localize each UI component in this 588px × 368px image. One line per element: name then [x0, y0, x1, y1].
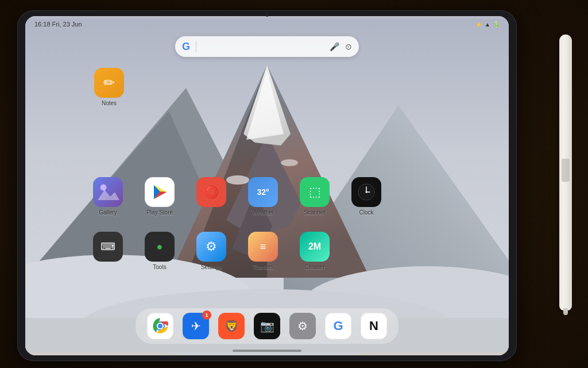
mic-icon[interactable]: 🎤 [330, 42, 339, 51]
clock-icon [351, 177, 381, 207]
weather-icon: 32° [248, 177, 278, 207]
stylus-tip [563, 308, 568, 315]
camera-icon: 📷 [254, 313, 280, 339]
battery-icon: 🔋 [493, 21, 500, 28]
app-keyboard[interactable]: ⌨ [93, 232, 123, 270]
miui-icon: ⭕ [196, 177, 226, 207]
dock-google[interactable]: G [325, 313, 351, 339]
clock-label: Clock [359, 209, 373, 216]
dock-notion[interactable]: N [361, 313, 387, 339]
scanner-icon: ⬚ [300, 177, 330, 207]
tablet-screen: 16:18 Fri, 23 Jun ⚡ ▲ 🔋 G 🎤 ⊙ [25, 16, 509, 355]
svg-rect-16 [93, 177, 123, 207]
dock-testflight[interactable]: ✈ 1 [183, 313, 209, 339]
notes-app-area: ✏ Notes [94, 68, 124, 106]
app-cleaner[interactable]: 2M Cleaner [300, 232, 330, 270]
dock: ✈ 1 🦁 📷 ⚙ [136, 308, 399, 344]
settings-icon: ⚙ [196, 232, 226, 262]
svg-point-11 [281, 159, 298, 166]
themes-label: Themes [253, 264, 273, 270]
gallery-icon [93, 177, 123, 207]
status-icons: ⚡ ▲ 🔋 [475, 21, 500, 28]
dock-settings[interactable]: ⚙ [289, 313, 316, 339]
app-tools[interactable]: ● Tools [145, 232, 175, 270]
tools-label: Tools [153, 264, 166, 270]
notion-icon: N [361, 313, 387, 339]
svg-point-28 [366, 191, 368, 193]
app-weather[interactable]: 32° Weather [248, 177, 278, 216]
dock-settings-icon: ⚙ [289, 313, 316, 339]
stylus-pen [559, 34, 572, 310]
app-notes[interactable]: ✏ Notes [94, 68, 124, 106]
app-miui[interactable]: ⭕ [196, 177, 226, 216]
svg-point-19 [100, 185, 106, 190]
notes-icon: ✏ [94, 68, 124, 98]
app-themes[interactable]: ≡ Themes [248, 232, 278, 270]
app-clock[interactable]: Clock [351, 177, 381, 216]
lens-icon[interactable]: ⊙ [345, 42, 352, 51]
settings-label: Settings [201, 264, 222, 270]
keyboard-icon: ⌨ [93, 232, 123, 262]
status-time: 16:18 Fri, 23 Jun [34, 21, 82, 28]
app-scanner[interactable]: ⬚ Scanner [300, 177, 330, 216]
search-action-icons: 🎤 ⊙ [330, 42, 352, 51]
playstore-icon [145, 177, 175, 207]
row1-apps: Gallery Play Store ⭕ [93, 177, 381, 216]
dock-google-icon: G [325, 313, 351, 339]
tablet-device: 16:18 Fri, 23 Jun ⚡ ▲ 🔋 G 🎤 ⊙ [17, 10, 517, 361]
stylus-button [562, 159, 570, 182]
chrome-icon [147, 313, 173, 339]
dock-camera[interactable]: 📷 [254, 313, 280, 339]
playstore-label: Play Store [146, 209, 173, 216]
themes-icon: ≡ [248, 232, 278, 262]
cleaner-label: Cleaner [304, 264, 324, 270]
notes-label: Notes [102, 100, 117, 106]
app-gallery[interactable]: Gallery [93, 177, 123, 216]
cleaner-icon: 2M [300, 232, 330, 262]
search-divider [196, 41, 196, 52]
dock-chrome[interactable] [147, 313, 173, 339]
app-settings[interactable]: ⚙ Settings [196, 232, 226, 270]
testflight-badge: 1 [202, 310, 211, 320]
bluetooth-icon: ⚡ [475, 21, 482, 28]
app-playstore[interactable]: Play Store [145, 177, 175, 216]
home-indicator[interactable] [233, 350, 301, 352]
testflight-icon: ✈ 1 [183, 313, 209, 339]
dock-brave[interactable]: 🦁 [218, 313, 245, 339]
google-search-bar[interactable]: G 🎤 ⊙ [175, 36, 359, 57]
gallery-label: Gallery [99, 209, 117, 216]
status-bar: 16:18 Fri, 23 Jun ⚡ ▲ 🔋 [25, 16, 509, 32]
weather-label: Weather [252, 209, 274, 216]
svg-point-32 [158, 324, 163, 328]
brave-icon: 🦁 [218, 313, 245, 339]
wifi-icon: ▲ [485, 21, 490, 28]
row2-apps: ⌨ ● Tools ⚙ Settings [93, 232, 330, 270]
front-camera [265, 13, 269, 17]
google-logo: G [182, 41, 190, 53]
tools-icon: ● [145, 232, 175, 262]
scanner-label: Scanner [304, 209, 325, 216]
scene: 16:18 Fri, 23 Jun ⚡ ▲ 🔋 G 🎤 ⊙ [0, 0, 588, 368]
